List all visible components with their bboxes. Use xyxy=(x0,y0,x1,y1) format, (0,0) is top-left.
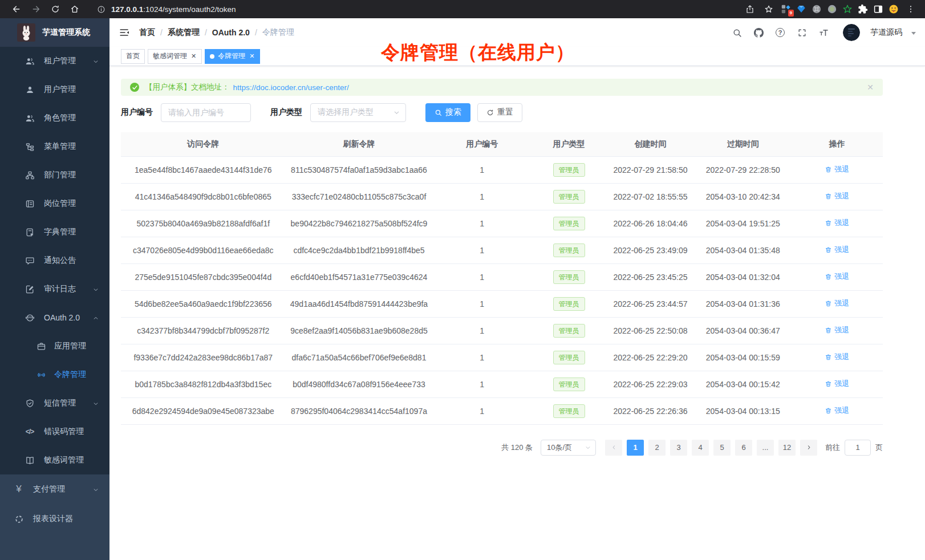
chevron-down-icon xyxy=(92,400,99,407)
sidebar-item-report-designer[interactable]: 报表设计器 xyxy=(0,504,109,534)
cell-actions: 强退 xyxy=(792,263,883,290)
sidebar-item-payment-management[interactable]: ¥支付管理 xyxy=(0,474,109,504)
user-id-input[interactable] xyxy=(161,103,251,122)
close-icon[interactable] xyxy=(249,52,255,60)
extension-gem-icon[interactable] xyxy=(796,3,807,15)
close-icon[interactable] xyxy=(190,52,197,60)
page-button-4[interactable]: 4 xyxy=(692,440,709,456)
share-icon[interactable] xyxy=(745,4,755,14)
broadcast-icon xyxy=(36,370,46,380)
goto-page-input[interactable] xyxy=(845,440,871,456)
pager-prev-button[interactable] xyxy=(605,440,622,456)
user-type-badge: 管理员 xyxy=(553,324,585,338)
table-row: c342377bf8b344799dcbf7bf095287f29ce8ef2a… xyxy=(121,317,883,344)
sidebar-item-dict-management[interactable]: 字典管理 xyxy=(0,218,109,246)
username[interactable]: 芋道源码 xyxy=(870,27,902,38)
cell-expire-time: 2054-03-04 00:13:15 xyxy=(695,397,792,424)
sidebar-logo[interactable]: 芋道管理系统 xyxy=(0,18,109,47)
reset-button[interactable]: 重置 xyxy=(477,103,522,122)
breadcrumb: 首页 / 系统管理 / OAuth 2.0 / 令牌管理 xyxy=(139,27,294,38)
sidebar-item-sensitive-word-management[interactable]: 敏感词管理 xyxy=(0,446,109,474)
side-panel-icon[interactable] xyxy=(873,3,884,15)
user-type-select[interactable]: 请选择用户类型 xyxy=(310,103,406,122)
reload-icon[interactable] xyxy=(50,4,60,14)
sidebar-item-sms-management[interactable]: 短信管理 xyxy=(0,389,109,417)
sidebar-item-menu-management[interactable]: 菜单管理 xyxy=(0,132,109,161)
sidebar-item-label: 用户管理 xyxy=(44,84,76,95)
sidebar-item-label: 岗位管理 xyxy=(44,198,76,209)
cell-expire-time: 2054-03-04 00:36:47 xyxy=(695,317,792,344)
hamburger-icon[interactable] xyxy=(119,27,130,38)
sidebar-item-token-management[interactable]: 令牌管理 xyxy=(0,360,109,389)
search-icon[interactable] xyxy=(731,27,743,38)
github-icon[interactable] xyxy=(753,27,764,38)
tab-2[interactable]: 敏感词管理 xyxy=(148,49,202,64)
sidebar-item-dept-management[interactable]: 部门管理 xyxy=(0,161,109,189)
address-bar[interactable]: 127.0.0.1:1024/system/oauth2/token xyxy=(97,5,236,14)
sidebar-item-app-management[interactable]: 应用管理 xyxy=(0,332,109,360)
user-avatar[interactable] xyxy=(843,24,860,41)
force-logout-link[interactable]: 强退 xyxy=(825,218,849,228)
sidebar-item-oauth2[interactable]: OAuth 2.0 xyxy=(0,303,109,332)
page-button-6[interactable]: 6 xyxy=(735,440,752,456)
profile-avatar[interactable] xyxy=(888,3,899,15)
search-button[interactable]: 搜索 xyxy=(425,103,470,122)
force-logout-link[interactable]: 强退 xyxy=(825,325,849,335)
bookmark-star-icon[interactable] xyxy=(764,4,774,14)
extension-grid-icon[interactable]: 9 xyxy=(780,3,792,15)
back-icon[interactable] xyxy=(11,4,22,14)
browser-menu-icon[interactable] xyxy=(906,4,916,14)
shield-icon xyxy=(25,398,35,408)
url-text[interactable]: 127.0.0.1:1024/system/oauth2/token xyxy=(111,5,236,14)
extensions-puzzle-icon[interactable] xyxy=(857,3,869,15)
extension-star-icon[interactable] xyxy=(842,3,853,15)
force-logout-link[interactable]: 强退 xyxy=(825,298,849,309)
force-logout-link[interactable]: 强退 xyxy=(825,379,849,389)
table-row: 6d842e2924594de9a09e45e087323abe8796295f… xyxy=(121,397,883,424)
total-count: 共 120 条 xyxy=(501,443,533,453)
sidebar-item-user-management[interactable]: 用户管理 xyxy=(0,75,109,104)
breadcrumb-oauth2[interactable]: OAuth 2.0 xyxy=(212,28,250,37)
sidebar-item-error-code-management[interactable]: </>错误码管理 xyxy=(0,417,109,446)
page-size-select[interactable]: 10条/页 xyxy=(541,440,596,456)
extension-circle-icon[interactable] xyxy=(826,3,838,15)
pager-ellipsis[interactable]: ... xyxy=(757,440,774,456)
sidebar-item-audit-log[interactable]: 审计日志 xyxy=(0,275,109,303)
caret-down-icon[interactable] xyxy=(911,32,916,35)
help-icon[interactable] xyxy=(774,27,786,38)
forward-icon[interactable] xyxy=(31,4,41,14)
force-logout-link[interactable]: 强退 xyxy=(825,352,849,362)
alert-link[interactable]: https://doc.iocoder.cn/user-center/ xyxy=(233,83,349,92)
sidebar-item-role-management[interactable]: 角色管理 xyxy=(0,104,109,132)
close-icon[interactable] xyxy=(867,83,874,92)
table-header-row: 访问令牌刷新令牌用户编号用户类型创建时间过期时间操作 xyxy=(121,132,883,156)
sidebar-item-post-management[interactable]: 岗位管理 xyxy=(0,189,109,218)
home-icon[interactable] xyxy=(70,4,80,14)
force-logout-link[interactable]: 强退 xyxy=(825,191,849,201)
page-button-1[interactable]: 1 xyxy=(627,440,644,456)
font-size-icon[interactable] xyxy=(818,27,829,38)
page-button-3[interactable]: 3 xyxy=(670,440,687,456)
site-info-icon[interactable] xyxy=(97,5,106,14)
force-logout-link[interactable]: 强退 xyxy=(825,271,849,282)
pager-next-button[interactable] xyxy=(800,440,817,456)
page-button-5[interactable]: 5 xyxy=(713,440,731,456)
breadcrumb-system[interactable]: 系统管理 xyxy=(168,27,200,38)
force-logout-link[interactable]: 强退 xyxy=(825,405,849,416)
doc-alert: 【用户体系】文档地址： https://doc.iocoder.cn/user-… xyxy=(121,79,883,96)
tab-3[interactable]: 令牌管理 xyxy=(205,49,260,64)
browser-chrome: 127.0.0.1:1024/system/oauth2/token 9 xyxy=(0,0,925,18)
sidebar-item-notice-announcement[interactable]: 通知公告 xyxy=(0,246,109,275)
extension-cmd-icon[interactable] xyxy=(811,3,822,15)
force-logout-link[interactable]: 强退 xyxy=(825,164,849,175)
page-button-12[interactable]: 12 xyxy=(778,440,796,456)
org-icon xyxy=(25,170,35,180)
fullscreen-icon[interactable] xyxy=(796,27,808,38)
force-logout-link[interactable]: 强退 xyxy=(825,245,849,255)
page-button-2[interactable]: 2 xyxy=(648,440,666,456)
user-type-badge: 管理员 xyxy=(553,270,585,284)
sidebar-item-tenant-management[interactable]: 租户管理 xyxy=(0,47,109,75)
tab-1[interactable]: 首页 xyxy=(121,49,145,64)
breadcrumb-home[interactable]: 首页 xyxy=(139,27,155,38)
cell-actions: 强退 xyxy=(792,183,883,210)
